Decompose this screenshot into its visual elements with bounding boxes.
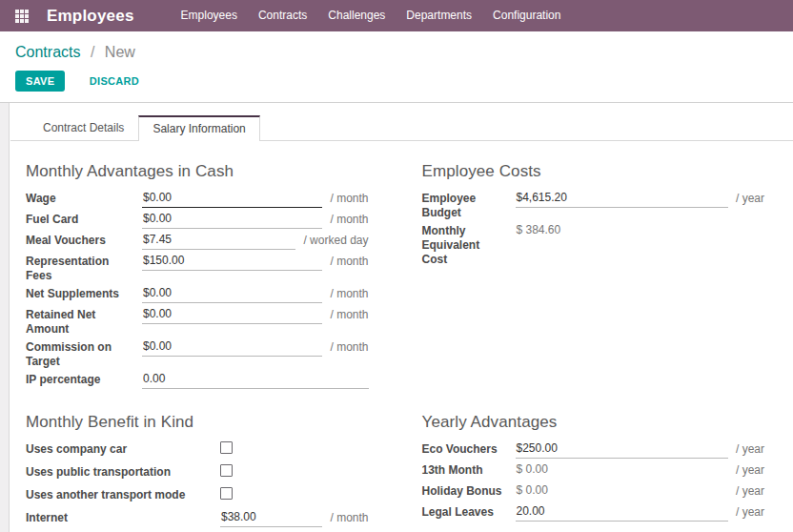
thirteenth-month-value: $ 0.00 — [516, 461, 728, 479]
field-suffix: / month — [330, 306, 368, 322]
representation-fees-input[interactable]: $150.00 — [142, 253, 322, 271]
field-label: 13th Month — [422, 461, 516, 478]
action-buttons: SAVE DISCARD — [0, 62, 793, 103]
field-row-eco-vouchers: Eco Vouchers $250.00 / year — [422, 440, 765, 460]
top-navbar: Employees Employees Contracts Challenges… — [0, 0, 793, 31]
apps-grid-icon[interactable] — [15, 10, 29, 23]
field-label: Retained Net Amount — [26, 306, 142, 337]
field-row-employee-budget: Employee Budget $4,615.20 / year — [422, 190, 765, 220]
field-label: Net Supplements — [26, 285, 142, 301]
field-row-net-supplements: Net Supplements $0.00 / month — [26, 285, 369, 304]
section-title: Monthly Advantages in Cash — [26, 162, 369, 181]
field-row-ip-percentage: IP percentage 0.00 — [26, 371, 369, 390]
holiday-bonus-value: $ 0.00 — [516, 482, 728, 500]
tab-contract-details[interactable]: Contract Details — [29, 114, 138, 140]
uses-another-transport-mode-checkbox[interactable] — [220, 487, 233, 500]
field-row-uses-company-car: Uses company car — [26, 440, 369, 461]
breadcrumb: Contracts / New — [0, 31, 793, 62]
sheet-left-gutter — [0, 103, 10, 532]
ip-percentage-input[interactable]: 0.00 — [142, 371, 369, 389]
menu-item-employees[interactable]: Employees — [171, 0, 248, 31]
wage-input[interactable]: $0.00 — [142, 190, 322, 208]
meal-vouchers-input[interactable]: $7.45 — [142, 232, 295, 250]
menu-item-challenges[interactable]: Challenges — [317, 0, 396, 31]
fuel-card-input[interactable]: $0.00 — [142, 211, 322, 229]
form-sheet: Contract Details Salary Information Mont… — [10, 103, 793, 532]
field-label: Commission on Target — [26, 338, 142, 369]
field-row-13th-month: 13th Month $ 0.00 / year — [422, 461, 765, 481]
section-yearly-advantages: Yearly Advantages Eco Vouchers $250.00 /… — [422, 413, 765, 524]
field-row-uses-another-transport-mode: Uses another transport mode — [26, 486, 369, 507]
monthly-equivalent-cost-value: $ 384.60 — [516, 222, 765, 239]
menu-item-contracts[interactable]: Contracts — [248, 0, 317, 31]
field-suffix: / year — [736, 440, 764, 457]
save-button[interactable]: SAVE — [15, 71, 65, 92]
field-suffix: / worked day — [303, 232, 368, 248]
field-label: Uses another transport mode — [26, 486, 220, 502]
net-supplements-input[interactable]: $0.00 — [142, 285, 322, 303]
field-row-monthly-equivalent-cost: Monthly Equivalent Cost $ 384.60 — [422, 222, 765, 267]
uses-public-transportation-checkbox[interactable] — [220, 464, 233, 477]
field-row-retained-net-amount: Retained Net Amount $0.00 / month — [26, 306, 369, 337]
field-label: Holiday Bonus — [422, 482, 516, 499]
field-row-legal-leaves: Legal Leaves 20.00 / year — [422, 503, 765, 522]
field-label: Fuel Card — [26, 211, 142, 227]
breadcrumb-link-contracts[interactable]: Contracts — [15, 44, 80, 60]
breadcrumb-current: New — [105, 44, 135, 60]
field-label: IP percentage — [26, 371, 142, 387]
field-row-uses-public-transportation: Uses public transportation — [26, 463, 369, 484]
eco-vouchers-input[interactable]: $250.00 — [516, 440, 728, 459]
field-label: Monthly Equivalent Cost — [422, 222, 516, 267]
field-suffix: / month — [330, 190, 368, 206]
field-row-representation-fees: Representation Fees $150.00 / month — [26, 253, 369, 283]
retained-net-amount-input[interactable]: $0.00 — [142, 306, 322, 324]
salary-information-panel: Monthly Advantages in Cash Wage $0.00 / … — [10, 141, 793, 532]
section-title: Employee Costs — [422, 162, 765, 181]
field-label: Employee Budget — [422, 190, 516, 220]
field-suffix: / month — [330, 253, 368, 269]
field-suffix: / month — [330, 338, 368, 355]
employee-budget-input[interactable]: $4,615.20 — [516, 190, 728, 208]
field-row-meal-vouchers: Meal Vouchers $7.45 / worked day — [26, 232, 369, 251]
section-employee-costs: Employee Costs Employee Budget $4,615.20… — [422, 162, 765, 269]
breadcrumb-separator: / — [91, 44, 94, 60]
field-suffix: / month — [330, 285, 368, 301]
field-label: Representation Fees — [26, 253, 142, 283]
field-label: Uses company car — [26, 440, 220, 457]
section-title: Yearly Advantages — [422, 413, 765, 432]
app-name[interactable]: Employees — [47, 7, 134, 26]
field-label: Eco Vouchers — [422, 440, 516, 457]
legal-leaves-input[interactable]: 20.00 — [516, 503, 728, 522]
field-label: Uses public transportation — [26, 463, 220, 480]
field-row-commission-on-target: Commission on Target $0.00 / month — [26, 338, 369, 369]
field-suffix: / year — [736, 482, 764, 499]
field-label: Wage — [26, 190, 142, 206]
field-label: Internet — [26, 509, 220, 525]
discard-button[interactable]: DISCARD — [84, 71, 145, 92]
field-row-fuel-card: Fuel Card $0.00 / month — [26, 211, 369, 230]
field-row-holiday-bonus: Holiday Bonus $ 0.00 / year — [422, 482, 765, 501]
field-label: Meal Vouchers — [26, 232, 142, 248]
section-monthly-advantages-in-cash: Monthly Advantages in Cash Wage $0.00 / … — [26, 162, 369, 392]
field-suffix: / year — [736, 190, 764, 206]
field-suffix: / month — [330, 509, 368, 525]
uses-company-car-checkbox[interactable] — [220, 441, 233, 454]
field-suffix: / year — [736, 503, 764, 520]
tab-bar: Contract Details Salary Information — [10, 103, 793, 141]
field-row-wage: Wage $0.00 / month — [26, 190, 369, 209]
field-row-internet: Internet $38.00 / month — [26, 509, 369, 528]
top-menu: Employees Contracts Challenges Departmen… — [171, 0, 572, 31]
field-suffix: / year — [736, 461, 764, 478]
tab-salary-information[interactable]: Salary Information — [138, 115, 259, 141]
menu-item-departments[interactable]: Departments — [396, 0, 482, 31]
internet-input[interactable]: $38.00 — [220, 509, 322, 527]
section-title: Monthly Benefit in Kind — [26, 413, 369, 432]
commission-on-target-input[interactable]: $0.00 — [142, 338, 322, 357]
field-label: Legal Leaves — [422, 503, 516, 520]
menu-item-configuration[interactable]: Configuration — [482, 0, 571, 31]
form-view: Contract Details Salary Information Mont… — [0, 103, 793, 532]
field-suffix: / month — [330, 211, 368, 227]
section-monthly-benefit-in-kind: Monthly Benefit in Kind Uses company car… — [26, 413, 369, 532]
